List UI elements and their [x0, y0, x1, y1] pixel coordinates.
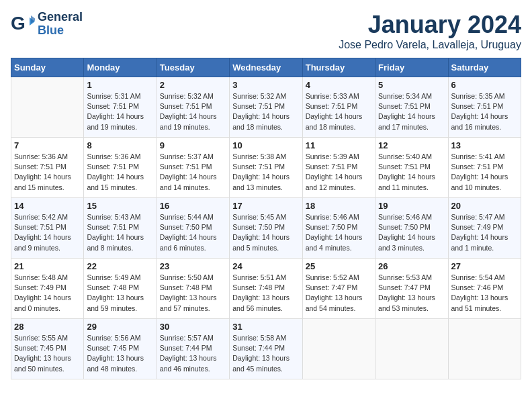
cell-data: Sunrise: 5:49 AMSunset: 7:48 PMDaylight:…: [87, 273, 153, 314]
cell-data: Sunrise: 5:56 AMSunset: 7:45 PMDaylight:…: [87, 333, 153, 374]
cell-data: Sunrise: 5:46 AMSunset: 7:50 PMDaylight:…: [306, 212, 372, 253]
logo-icon: G: [11, 12, 35, 36]
day-number: 3: [232, 80, 299, 90]
svg-text:G: G: [11, 13, 26, 34]
cell-data: Sunrise: 5:39 AMSunset: 7:51 PMDaylight:…: [306, 152, 372, 193]
calendar-cell: 15Sunrise: 5:43 AMSunset: 7:51 PMDayligh…: [84, 198, 157, 259]
day-number: 15: [87, 201, 153, 211]
logo-general: General: [38, 11, 83, 24]
day-number: 25: [306, 261, 372, 271]
calendar-cell: 18Sunrise: 5:46 AMSunset: 7:50 PMDayligh…: [302, 198, 375, 259]
calendar-week-row: 14Sunrise: 5:42 AMSunset: 7:51 PMDayligh…: [11, 198, 521, 259]
cell-data: Sunrise: 5:37 AMSunset: 7:51 PMDaylight:…: [160, 152, 226, 193]
cell-data: Sunrise: 5:44 AMSunset: 7:50 PMDaylight:…: [160, 212, 226, 253]
day-number: 2: [160, 80, 226, 90]
cell-data: Sunrise: 5:34 AMSunset: 7:51 PMDaylight:…: [378, 91, 445, 132]
cell-data: Sunrise: 5:58 AMSunset: 7:44 PMDaylight:…: [232, 333, 299, 374]
day-number: 10: [232, 140, 299, 150]
calendar-cell: 31Sunrise: 5:58 AMSunset: 7:44 PMDayligh…: [230, 319, 302, 379]
logo-blue: Blue: [38, 24, 83, 38]
calendar-cell: 24Sunrise: 5:51 AMSunset: 7:48 PMDayligh…: [230, 259, 302, 319]
day-number: 18: [306, 201, 372, 211]
calendar-header-row: SundayMondayTuesdayWednesdayThursdayFrid…: [11, 58, 521, 77]
header-friday: Friday: [375, 58, 448, 77]
calendar-cell: 6Sunrise: 5:35 AMSunset: 7:51 PMDaylight…: [448, 77, 521, 138]
calendar-cell: 14Sunrise: 5:42 AMSunset: 7:51 PMDayligh…: [11, 198, 84, 259]
header-sunday: Sunday: [11, 58, 84, 77]
cell-data: Sunrise: 5:47 AMSunset: 7:49 PMDaylight:…: [451, 212, 518, 253]
calendar-cell: 30Sunrise: 5:57 AMSunset: 7:44 PMDayligh…: [157, 319, 229, 379]
cell-data: Sunrise: 5:55 AMSunset: 7:45 PMDaylight:…: [14, 333, 81, 374]
calendar-cell: 12Sunrise: 5:40 AMSunset: 7:51 PMDayligh…: [375, 138, 448, 198]
calendar-week-row: 28Sunrise: 5:55 AMSunset: 7:45 PMDayligh…: [11, 319, 521, 379]
cell-data: Sunrise: 5:41 AMSunset: 7:51 PMDaylight:…: [451, 152, 518, 193]
calendar-cell: 2Sunrise: 5:32 AMSunset: 7:51 PMDaylight…: [157, 77, 229, 138]
cell-data: Sunrise: 5:42 AMSunset: 7:51 PMDaylight:…: [14, 212, 81, 253]
day-number: 4: [306, 80, 372, 90]
cell-data: Sunrise: 5:54 AMSunset: 7:46 PMDaylight:…: [451, 273, 518, 314]
calendar-cell: 16Sunrise: 5:44 AMSunset: 7:50 PMDayligh…: [157, 198, 229, 259]
day-number: 1: [87, 80, 153, 90]
calendar-cell: [11, 77, 84, 138]
day-number: 13: [451, 140, 518, 150]
cell-data: Sunrise: 5:52 AMSunset: 7:47 PMDaylight:…: [306, 273, 372, 314]
title-area: January 2024 Jose Pedro Varela, Lavallej…: [339, 11, 521, 51]
calendar-cell: 11Sunrise: 5:39 AMSunset: 7:51 PMDayligh…: [302, 138, 375, 198]
day-number: 30: [160, 322, 226, 332]
calendar-cell: 4Sunrise: 5:33 AMSunset: 7:51 PMDaylight…: [302, 77, 375, 138]
day-number: 6: [451, 80, 518, 90]
day-number: 24: [232, 261, 299, 271]
cell-data: Sunrise: 5:36 AMSunset: 7:51 PMDaylight:…: [14, 152, 81, 193]
cell-data: Sunrise: 5:50 AMSunset: 7:48 PMDaylight:…: [160, 273, 226, 314]
day-number: 29: [87, 322, 153, 332]
location-title: Jose Pedro Varela, Lavalleja, Uruguay: [339, 39, 521, 51]
cell-data: Sunrise: 5:57 AMSunset: 7:44 PMDaylight:…: [160, 333, 226, 374]
day-number: 9: [160, 140, 226, 150]
header-saturday: Saturday: [448, 58, 521, 77]
logo: G General Blue: [11, 11, 83, 38]
header: G General Blue January 2024 Jose Pedro V…: [11, 11, 521, 51]
calendar-week-row: 21Sunrise: 5:48 AMSunset: 7:49 PMDayligh…: [11, 259, 521, 319]
calendar-cell: 26Sunrise: 5:53 AMSunset: 7:47 PMDayligh…: [375, 259, 448, 319]
calendar-cell: 5Sunrise: 5:34 AMSunset: 7:51 PMDaylight…: [375, 77, 448, 138]
cell-data: Sunrise: 5:51 AMSunset: 7:48 PMDaylight:…: [232, 273, 299, 314]
calendar-cell: 19Sunrise: 5:46 AMSunset: 7:50 PMDayligh…: [375, 198, 448, 259]
cell-data: Sunrise: 5:48 AMSunset: 7:49 PMDaylight:…: [14, 273, 81, 314]
calendar-cell: [375, 319, 448, 379]
cell-data: Sunrise: 5:38 AMSunset: 7:51 PMDaylight:…: [232, 152, 299, 193]
day-number: 14: [14, 201, 81, 211]
calendar-week-row: 1Sunrise: 5:31 AMSunset: 7:51 PMDaylight…: [11, 77, 521, 138]
calendar-cell: 21Sunrise: 5:48 AMSunset: 7:49 PMDayligh…: [11, 259, 84, 319]
cell-data: Sunrise: 5:33 AMSunset: 7:51 PMDaylight:…: [306, 91, 372, 132]
day-number: 20: [451, 201, 518, 211]
calendar-cell: 10Sunrise: 5:38 AMSunset: 7:51 PMDayligh…: [230, 138, 302, 198]
calendar-cell: 20Sunrise: 5:47 AMSunset: 7:49 PMDayligh…: [448, 198, 521, 259]
calendar-cell: 17Sunrise: 5:45 AMSunset: 7:50 PMDayligh…: [230, 198, 302, 259]
day-number: 28: [14, 322, 81, 332]
cell-data: Sunrise: 5:46 AMSunset: 7:50 PMDaylight:…: [378, 212, 445, 253]
calendar-cell: 13Sunrise: 5:41 AMSunset: 7:51 PMDayligh…: [448, 138, 521, 198]
cell-data: Sunrise: 5:32 AMSunset: 7:51 PMDaylight:…: [160, 91, 226, 132]
header-wednesday: Wednesday: [230, 58, 302, 77]
day-number: 8: [87, 140, 153, 150]
cell-data: Sunrise: 5:45 AMSunset: 7:50 PMDaylight:…: [232, 212, 299, 253]
day-number: 23: [160, 261, 226, 271]
day-number: 31: [232, 322, 299, 332]
calendar-table: SundayMondayTuesdayWednesdayThursdayFrid…: [11, 58, 521, 379]
calendar-cell: 8Sunrise: 5:36 AMSunset: 7:51 PMDaylight…: [84, 138, 157, 198]
calendar-cell: 23Sunrise: 5:50 AMSunset: 7:48 PMDayligh…: [157, 259, 229, 319]
day-number: 22: [87, 261, 153, 271]
cell-data: Sunrise: 5:36 AMSunset: 7:51 PMDaylight:…: [87, 152, 153, 193]
day-number: 19: [378, 201, 445, 211]
calendar-cell: 3Sunrise: 5:32 AMSunset: 7:51 PMDaylight…: [230, 77, 302, 138]
calendar-cell: [448, 319, 521, 379]
calendar-cell: 1Sunrise: 5:31 AMSunset: 7:51 PMDaylight…: [84, 77, 157, 138]
header-monday: Monday: [84, 58, 157, 77]
day-number: 26: [378, 261, 445, 271]
cell-data: Sunrise: 5:40 AMSunset: 7:51 PMDaylight:…: [378, 152, 445, 193]
day-number: 17: [232, 201, 299, 211]
day-number: 21: [14, 261, 81, 271]
cell-data: Sunrise: 5:31 AMSunset: 7:51 PMDaylight:…: [87, 91, 153, 132]
header-thursday: Thursday: [302, 58, 375, 77]
calendar-cell: 27Sunrise: 5:54 AMSunset: 7:46 PMDayligh…: [448, 259, 521, 319]
